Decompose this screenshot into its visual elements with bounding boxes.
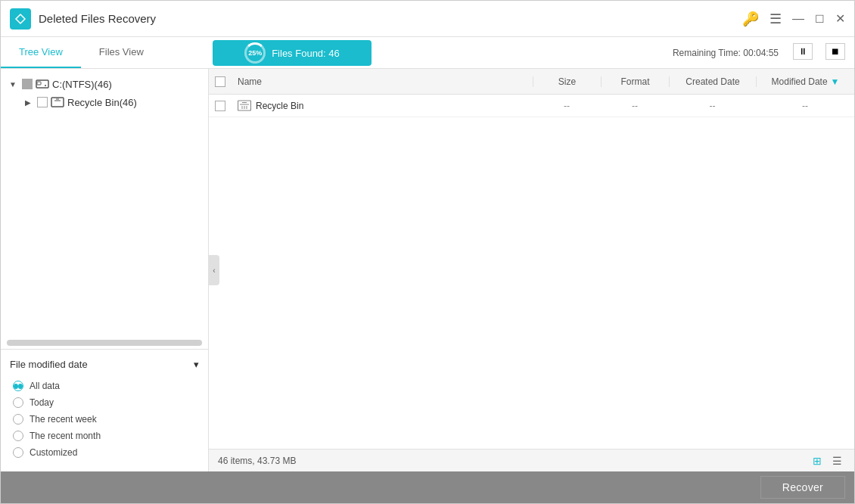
sidebar: ▼ C:(NTFS)(46) ▶ — [1, 69, 209, 471]
status-bar: 46 items, 43.73 MB ⊞ ☰ — [209, 449, 854, 471]
recycle-bin-icon — [238, 100, 251, 112]
svg-rect-1 — [37, 82, 41, 85]
radio-circle-recent-month — [13, 431, 23, 441]
filter-title: File modified date — [10, 359, 88, 370]
radio-label-today: Today — [30, 397, 54, 408]
td-format-recycle-bin: -- — [601, 101, 669, 111]
radio-option-customized[interactable]: Customized — [10, 444, 199, 461]
radio-option-recent-month[interactable]: The recent month — [10, 428, 199, 444]
recover-bar: Recover — [1, 471, 854, 503]
title-bar: Deleted Files Recovery 🔑 ☰ — ☐ ✕ — [1, 1, 854, 37]
filter-options: All data Today The recent week — [10, 373, 199, 465]
minimize-button[interactable]: — — [792, 12, 804, 26]
progress-percent: 25% — [248, 49, 262, 57]
sidebar-filter: File modified date ▾ All data Today — [1, 349, 208, 471]
radio-option-today[interactable]: Today — [10, 394, 199, 411]
radio-label-recent-week: The recent week — [30, 414, 97, 425]
th-select-all[interactable] — [209, 76, 232, 87]
radio-circle-customized — [13, 447, 23, 458]
sort-arrow-icon: ▼ — [831, 76, 840, 87]
radio-circle-today — [13, 397, 23, 408]
maximize-button[interactable]: ☐ — [815, 13, 825, 25]
pause-view-button[interactable]: ⏸ — [793, 43, 813, 60]
tree-toggle-c-drive[interactable]: ▼ — [7, 78, 19, 90]
filter-chevron-icon: ▾ — [194, 359, 199, 370]
radio-label-customized: Customized — [30, 447, 77, 458]
title-bar-controls: 🔑 ☰ — ☐ ✕ — [742, 11, 845, 27]
main-content: ▼ C:(NTFS)(46) ▶ — [1, 69, 854, 471]
radio-label-all-data: All data — [30, 381, 60, 391]
progress-spinner: 25% — [244, 42, 266, 64]
app-window: Deleted Files Recovery 🔑 ☰ — ☐ ✕ Tree Vi… — [0, 0, 855, 504]
table-body: Recycle Bin -- -- -- -- — [209, 95, 854, 449]
progress-text: Files Found: 46 — [272, 48, 340, 59]
drive-icon — [36, 79, 49, 89]
file-panel: Name Size Format Created Date Modified D… — [209, 69, 854, 471]
th-name[interactable]: Name — [232, 76, 533, 87]
sidebar-collapse-handle[interactable]: ‹ — [209, 255, 219, 285]
tab-files-view[interactable]: Files View — [81, 37, 162, 68]
status-icons: ⊞ ☰ — [810, 453, 845, 468]
recover-button[interactable]: Recover — [760, 476, 845, 499]
td-created-recycle-bin: -- — [669, 101, 756, 111]
td-size-recycle-bin: -- — [533, 101, 601, 111]
tree-item-recycle-bin[interactable]: ▶ Recycle Bin(46) — [1, 93, 208, 111]
grid-view-button[interactable]: ⊞ — [810, 453, 825, 468]
tab-bar: Tree View Files View 25% Files Found: 46… — [1, 37, 854, 69]
app-title: Deleted Files Recovery — [39, 12, 742, 25]
tree-checkbox-recycle-bin[interactable] — [37, 97, 48, 107]
app-icon — [10, 8, 31, 30]
stop-view-button[interactable]: ⏹ — [825, 43, 845, 60]
sidebar-scrollbar[interactable] — [7, 340, 202, 346]
th-size[interactable]: Size — [533, 76, 601, 87]
tab-tree-view[interactable]: Tree View — [1, 37, 81, 68]
select-all-checkbox[interactable] — [215, 76, 225, 87]
tree-label-c-drive: C:(NTFS)(46) — [52, 79, 112, 90]
filter-header[interactable]: File modified date ▾ — [10, 356, 199, 373]
th-format[interactable]: Format — [601, 76, 669, 87]
tree-checkbox-c-drive[interactable] — [22, 79, 33, 89]
th-created-date[interactable]: Created Date — [669, 76, 756, 87]
tree-item-c-drive[interactable]: ▼ C:(NTFS)(46) — [1, 75, 208, 93]
menu-button[interactable]: ☰ — [770, 11, 782, 27]
td-modified-recycle-bin: -- — [756, 101, 854, 111]
sidebar-tree[interactable]: ▼ C:(NTFS)(46) ▶ — [1, 69, 208, 337]
key-button[interactable]: 🔑 — [742, 11, 759, 27]
table-row[interactable]: Recycle Bin -- -- -- -- — [209, 95, 854, 117]
td-checkbox-recycle-bin[interactable] — [209, 101, 232, 111]
svg-point-2 — [45, 85, 46, 86]
radio-circle-recent-week — [13, 414, 23, 425]
list-view-button[interactable]: ☰ — [829, 453, 845, 468]
td-name-recycle-bin: Recycle Bin — [232, 100, 533, 112]
tree-label-recycle-bin: Recycle Bin(46) — [67, 97, 137, 108]
svg-rect-6 — [238, 101, 251, 110]
row-checkbox-recycle-bin[interactable] — [215, 101, 225, 111]
remaining-time: Remaining Time: 00:04:55 — [673, 48, 779, 58]
tree-toggle-recycle-bin[interactable]: ▶ — [22, 96, 34, 108]
progress-bar: 25% Files Found: 46 — [213, 40, 372, 66]
th-modified-date[interactable]: Modified Date ▼ — [756, 76, 854, 87]
radio-option-recent-week[interactable]: The recent week — [10, 411, 199, 428]
sidebar-wrapper: ▼ C:(NTFS)(46) ▶ — [1, 69, 209, 471]
radio-circle-all-data — [13, 381, 23, 391]
table-header: Name Size Format Created Date Modified D… — [209, 69, 854, 95]
radio-option-all-data[interactable]: All data — [10, 378, 199, 394]
close-button[interactable]: ✕ — [835, 11, 845, 26]
radio-label-recent-month: The recent month — [30, 431, 101, 441]
recycle-bin-tree-icon — [51, 97, 64, 107]
status-text: 46 items, 43.73 MB — [218, 456, 296, 466]
